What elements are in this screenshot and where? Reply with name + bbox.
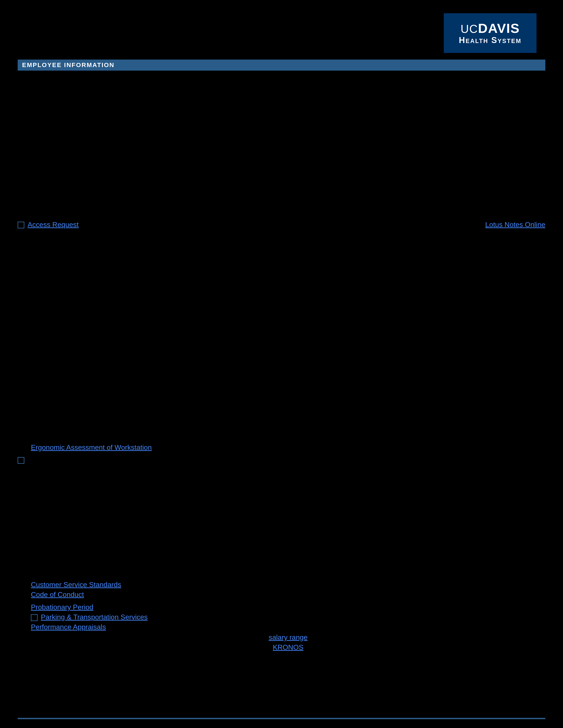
logo-text: UCDAVIS Health System — [459, 21, 521, 45]
small-content-block — [18, 466, 545, 576]
kronos-link[interactable]: KRONOS — [273, 643, 304, 651]
second-checkbox-row — [18, 456, 545, 464]
header-bar: EMPLOYEE INFORMATION — [18, 60, 545, 71]
access-request-link[interactable]: Access Request — [28, 221, 79, 229]
code-of-conduct-link[interactable]: Code of Conduct — [31, 591, 84, 599]
logo-uc: UCDAVIS — [459, 21, 521, 36]
access-request-row: Access Request Lotus Notes Online — [18, 221, 545, 238]
ergonomic-link[interactable]: Ergonomic Assessment of Workstation — [31, 443, 152, 452]
probationary-link[interactable]: Probationary Period — [31, 603, 93, 611]
header-title: EMPLOYEE INFORMATION — [22, 62, 115, 69]
logo-container: UCDAVIS Health System — [444, 13, 537, 53]
mid-content-block — [18, 240, 545, 439]
footer-bar — [18, 718, 545, 719]
centered-links: salary range KRONOS — [31, 633, 545, 651]
customer-service-row: Customer Service Standards — [31, 581, 545, 589]
checkbox-icon-2[interactable] — [18, 457, 24, 464]
performance-link[interactable]: Performance Appraisals — [31, 623, 106, 631]
ergonomic-row: Ergonomic Assessment of Workstation — [18, 443, 545, 452]
code-of-conduct-row: Code of Conduct — [31, 591, 545, 599]
salary-range-row: salary range — [31, 633, 545, 642]
parking-row: Parking & Transportation Services — [31, 613, 545, 621]
customer-service-link[interactable]: Customer Service Standards — [31, 581, 121, 589]
parking-link[interactable]: Parking & Transportation Services — [41, 613, 148, 621]
links-section: Customer Service Standards Code of Condu… — [18, 581, 545, 651]
checkbox-icon-3[interactable] — [31, 614, 38, 621]
page-wrapper: UCDAVIS Health System EMPLOYEE INFORMATI… — [0, 0, 563, 728]
salary-range-link[interactable]: salary range — [269, 633, 308, 641]
kronos-row: KRONOS — [31, 643, 545, 651]
logo-health: Health System — [459, 36, 521, 45]
probationary-row: Probationary Period — [31, 603, 545, 611]
logo-davis: DAVIS — [478, 21, 520, 36]
checkbox-icon-1[interactable] — [18, 222, 24, 228]
lotus-notes-link[interactable]: Lotus Notes Online — [485, 221, 545, 229]
top-content-block — [18, 84, 545, 216]
main-content: Access Request Lotus Notes Online Ergono… — [18, 84, 545, 710]
performance-row: Performance Appraisals — [31, 623, 545, 631]
logo-uc-prefix: UC — [461, 23, 478, 35]
